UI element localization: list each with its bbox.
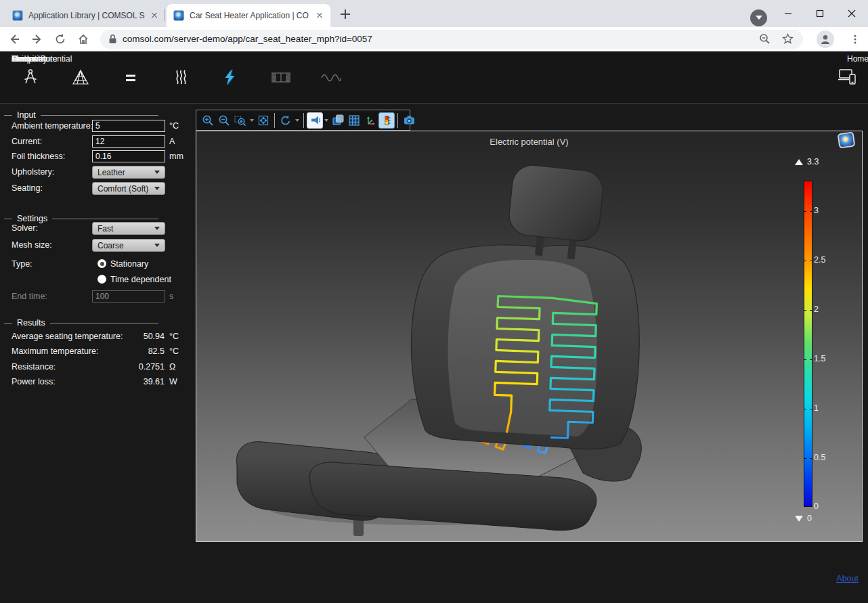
chevron-down-icon [154, 171, 160, 174]
color-legend-icon [381, 114, 393, 127]
camera-icon [403, 114, 416, 127]
toolbar-separator [274, 113, 275, 128]
ribbon-temperature-button[interactable]: Temperature [161, 66, 200, 89]
tab-divider [165, 9, 165, 21]
browser-toolbar: comsol.com/server-demo/app/car_seat_heat… [0, 27, 868, 51]
zoom-out-button[interactable] [216, 112, 232, 129]
grid-icon [348, 114, 360, 127]
back-icon[interactable] [5, 30, 23, 48]
zoom-box-button[interactable] [232, 112, 248, 129]
ribbon-electric-potential-button[interactable]: Electric Potential [211, 66, 251, 89]
result-avg-temp-row: Average seating temperature: 50.94 °C [0, 332, 195, 344]
tab-title: Car Seat Heater Application | CO [190, 11, 310, 20]
sidebar-form: Input Ambient temperature: °C Current: A… [0, 104, 195, 603]
headrest [507, 163, 605, 242]
lock-icon [108, 34, 117, 44]
mesh-size-row: Mesh size: Coarse [0, 239, 195, 252]
toolbar-separator [397, 113, 398, 128]
type-row: Type: Stationary Time dependent [0, 258, 195, 288]
tab-close-icon[interactable] [314, 10, 325, 21]
address-bar[interactable]: comsol.com/server-demo/app/car_seat_heat… [100, 30, 803, 49]
window-maximize-button[interactable] [804, 0, 836, 27]
graphics-canvas[interactable]: Electric potential (V) [196, 131, 863, 542]
upholstery-row: Upholstery: Leather [0, 166, 195, 179]
ambient-temperature-field[interactable] [92, 120, 165, 132]
toolbar-separator [303, 113, 304, 128]
reload-icon[interactable] [51, 30, 69, 48]
rotate-dropdown-icon[interactable] [294, 112, 301, 129]
chevron-down-icon [154, 244, 160, 247]
zoom-box-dropdown-icon[interactable] [248, 112, 255, 129]
electric-potential-bolt-icon [221, 66, 241, 89]
about-link[interactable]: About [836, 574, 859, 583]
ribbon-animation-button: Animation [261, 66, 301, 89]
end-time-row: End time: s [0, 290, 195, 304]
zoom-out-icon [218, 114, 230, 127]
mesh-triangle-icon [70, 66, 91, 89]
legend-max-arrow-icon [795, 159, 803, 165]
ribbon-probes-button: Probes [311, 66, 351, 89]
transparency-icon [332, 114, 345, 127]
stationary-radio[interactable] [97, 259, 106, 268]
results-section-header: Results [4, 318, 158, 328]
tab-close-icon[interactable] [149, 10, 160, 21]
zoom-in-button[interactable] [200, 112, 216, 129]
seating-dropdown[interactable]: Comfort (Soft) [92, 182, 165, 195]
snapshot-button[interactable] [401, 112, 417, 129]
time-dependent-radio[interactable] [97, 275, 106, 284]
browser-menu-icon[interactable] [846, 30, 864, 48]
mesh-size-dropdown[interactable]: Coarse [92, 239, 165, 252]
axes-button[interactable] [362, 112, 378, 129]
scene-light-dropdown-icon[interactable] [323, 112, 330, 129]
zoom-extents-icon [257, 114, 269, 127]
color-legend-button[interactable] [378, 112, 395, 129]
legend-tick: 3 [814, 206, 841, 215]
ribbon-home-button[interactable]: Home [836, 52, 859, 103]
legend-tick: 2 [814, 305, 841, 314]
rotate-icon [280, 114, 292, 127]
zoom-extents-button[interactable] [255, 112, 272, 129]
scene-light-icon [309, 114, 321, 126]
foil-thickness-field[interactable] [92, 150, 165, 162]
grid-button[interactable] [346, 112, 362, 129]
tab-search-button[interactable] [750, 9, 767, 26]
temperature-waves-icon [171, 66, 191, 89]
ribbon-geometry-button[interactable]: Geometry [11, 66, 50, 89]
bookmark-star-icon[interactable] [779, 30, 796, 48]
end-time-field [92, 290, 165, 303]
axes-icon [364, 114, 376, 127]
tab-application-library[interactable]: Application Library | COMSOL Se [5, 4, 165, 27]
solver-row: Solver: Fast [0, 222, 195, 236]
app-ribbon: Geometry Mesh Compute Temperature Electr… [0, 52, 868, 103]
animation-film-icon [270, 66, 292, 89]
ribbon-compute-button[interactable]: Compute [111, 66, 150, 89]
transparency-button[interactable] [330, 112, 346, 129]
ribbon-mesh-button[interactable]: Mesh [61, 66, 100, 89]
window-minimize-button[interactable] [773, 0, 804, 27]
tab-car-seat-heater[interactable]: Car Seat Heater Application | CO [167, 4, 330, 27]
legend-tick: 0.5 [814, 453, 841, 462]
forward-icon[interactable] [28, 30, 46, 48]
zoom-indicator-icon[interactable] [756, 30, 773, 48]
rotate-view-button[interactable] [278, 112, 294, 129]
car-seat-3d-model [196, 131, 862, 541]
legend-tick: 1 [814, 403, 841, 413]
result-power-loss-row: Power loss: 39.61 W [0, 377, 195, 389]
solver-dropdown[interactable]: Fast [92, 222, 165, 235]
legend-tick: 2.5 [814, 255, 841, 265]
comsol-favicon [173, 10, 184, 21]
current-field[interactable] [92, 135, 165, 148]
result-max-temp-row: Maximum temperature: 82.5 °C [0, 347, 195, 359]
probes-wave-icon [320, 66, 343, 89]
chevron-down-icon [154, 227, 160, 230]
new-tab-button[interactable] [337, 6, 353, 22]
url-text: comsol.com/server-demo/app/car_seat_heat… [123, 34, 750, 44]
upholstery-dropdown[interactable]: Leather [92, 166, 165, 179]
geometry-compass-icon [20, 66, 41, 89]
foil-thickness-row: Foil thickness: mm [0, 150, 195, 164]
home-icon[interactable] [74, 30, 92, 48]
profile-avatar[interactable] [817, 30, 834, 48]
window-close-button[interactable] [836, 0, 867, 27]
backrest-center-panel [448, 260, 598, 437]
scene-light-button[interactable] [307, 112, 323, 129]
